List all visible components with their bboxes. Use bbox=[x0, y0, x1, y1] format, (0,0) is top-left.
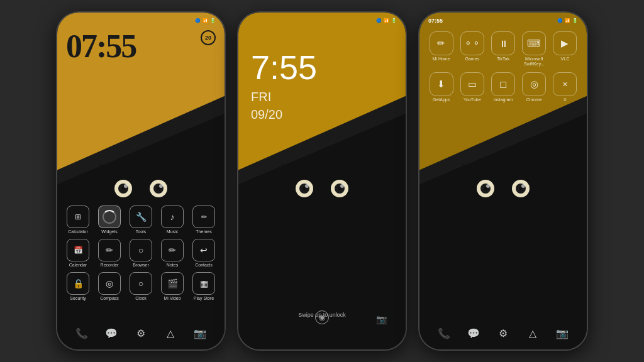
app-icon-compass: ◎ bbox=[98, 272, 121, 295]
app-label-mivideo: Mi Video bbox=[164, 296, 180, 300]
app-notes[interactable]: ✏ Notes bbox=[158, 239, 186, 267]
dock3-chat[interactable]: 💬 bbox=[464, 323, 484, 343]
app-label-music: Music bbox=[167, 229, 178, 234]
dock-chat[interactable]: 💬 bbox=[101, 323, 121, 343]
big-clock-time: 07:55 bbox=[66, 30, 136, 63]
app-label-widgets: Widgets bbox=[101, 229, 117, 234]
status-icons-2: 🔵 📶 🔋 bbox=[376, 18, 397, 23]
home-label-chrome: Chrome bbox=[526, 97, 542, 102]
svg-point-27 bbox=[459, 163, 547, 220]
svg-point-23 bbox=[340, 184, 344, 188]
dock3-settings[interactable]: ⚙ bbox=[493, 323, 513, 343]
home-app-getapps[interactable]: ⬇ GetApps bbox=[426, 72, 457, 102]
home-label-tiktok: TikTok bbox=[497, 57, 509, 61]
app-label-recorder: Recorder bbox=[101, 263, 119, 267]
app-tools[interactable]: 🔧 Tools bbox=[127, 206, 155, 234]
app-label-playstore: Play Store bbox=[194, 296, 214, 300]
home-label-swiftkey: Microsoft SwiftKey... bbox=[519, 57, 550, 66]
fingerprint-icon[interactable]: ◉ bbox=[315, 310, 329, 324]
app-calculator[interactable]: ⊞ Calculator bbox=[64, 206, 92, 234]
clock-widget-1: 07:55 bbox=[66, 30, 136, 63]
app-security[interactable]: 🔒 Security bbox=[64, 272, 92, 300]
app-icon-mivideo: 🎬 bbox=[161, 272, 184, 295]
app-row-2: 📅 Calendar ✏ Recorder ○ Browser ✏ Notes … bbox=[62, 239, 219, 267]
home-label-youtube: YouTube bbox=[464, 97, 481, 102]
status-time-3: 07:55 bbox=[428, 18, 443, 24]
app-label-clock: Clock bbox=[135, 296, 147, 300]
app-calendar[interactable]: 📅 Calendar bbox=[64, 239, 92, 267]
app-clock[interactable]: ○ Clock bbox=[127, 272, 155, 300]
home-icon-tiktok: ⏸ bbox=[491, 31, 515, 55]
home-icon-vlc: ▶ bbox=[553, 31, 577, 55]
lock-camera-icon[interactable]: 📷 bbox=[376, 314, 387, 324]
app-icon-tools: 🔧 bbox=[130, 206, 152, 228]
app-label-tools: Tools bbox=[136, 229, 146, 234]
home-label-games: Games bbox=[465, 57, 480, 61]
dock-phone[interactable]: 📞 bbox=[72, 323, 92, 343]
home-label-instagram: Instagram bbox=[493, 97, 513, 102]
home-app-mihome[interactable]: ✏ Mi Home bbox=[426, 31, 457, 66]
svg-point-22 bbox=[305, 184, 309, 188]
lock-date-display: FRI09/20 bbox=[251, 88, 317, 123]
home-app-swiftkey[interactable]: ⌨ Microsoft SwiftKey... bbox=[519, 31, 550, 66]
dock-settings[interactable]: ⚙ bbox=[131, 323, 151, 343]
app-icon-clock: ○ bbox=[130, 272, 152, 295]
app-label-notes: Notes bbox=[167, 263, 178, 267]
home-label-x: X bbox=[564, 97, 567, 102]
dock-camera[interactable]: 📷 bbox=[190, 323, 210, 343]
home-label-mihome: Mi Home bbox=[433, 57, 450, 61]
app-icon-playstore: ▦ bbox=[192, 272, 215, 295]
cat-illustration-3 bbox=[434, 154, 572, 229]
phone-lockscreen: 🔵 📶 🔋 7:55 FRI09/20 Swipe up to unlock ◉… bbox=[237, 11, 407, 351]
svg-point-10 bbox=[124, 184, 128, 188]
dock3-map[interactable]: △ bbox=[523, 323, 543, 343]
home-label-getapps: GetApps bbox=[433, 97, 450, 102]
home-icon-instagram: ◻ bbox=[491, 72, 515, 96]
svg-point-11 bbox=[159, 184, 163, 188]
home-app-x[interactable]: ✕ X bbox=[550, 72, 580, 102]
app-mivideo[interactable]: 🎬 Mi Video bbox=[158, 272, 186, 300]
cat-illustration-2 bbox=[253, 154, 391, 229]
dock-map[interactable]: △ bbox=[160, 323, 180, 343]
app-label-browser: Browser bbox=[133, 263, 149, 267]
home-app-grid: ✏ Mi Home ⚬⚬ Games ⏸ TikTok ⌨ Microsoft … bbox=[419, 31, 587, 108]
home-app-chrome[interactable]: ◎ Chrome bbox=[519, 72, 550, 102]
home-app-games[interactable]: ⚬⚬ Games bbox=[457, 31, 487, 66]
svg-point-34 bbox=[486, 184, 490, 188]
app-compass[interactable]: ◎ Compass bbox=[96, 272, 123, 300]
home-app-tiktok[interactable]: ⏸ TikTok bbox=[487, 31, 518, 66]
svg-point-15 bbox=[278, 163, 366, 220]
home-app-youtube[interactable]: ▭ YouTube bbox=[457, 72, 487, 102]
home-icon-x: ✕ bbox=[553, 72, 577, 96]
app-label-compass: Compass bbox=[100, 296, 119, 300]
lock-time-display: 7:55 bbox=[251, 50, 317, 84]
app-contacts[interactable]: ↩ Contacts bbox=[190, 239, 218, 267]
home-row-2: ⬇ GetApps ▭ YouTube ◻ Instagram ◎ Chrome… bbox=[426, 72, 580, 102]
phone-homescreen: 07:55 🔵 📶 🔋 ✏ Mi Home ⚬⚬ Games ⏸ TikTok … bbox=[418, 11, 588, 351]
app-label-calendar: Calendar bbox=[69, 263, 87, 267]
app-recorder[interactable]: ✏ Recorder bbox=[96, 239, 123, 267]
app-icon-widgets bbox=[98, 206, 121, 228]
dock-3: 📞 💬 ⚙ △ 📷 bbox=[419, 323, 587, 343]
app-widgets[interactable]: Widgets bbox=[96, 206, 123, 234]
app-label-calculator: Calculator bbox=[68, 229, 88, 234]
app-label-themes: Themes bbox=[196, 229, 211, 234]
status-bar-1: 🔵 📶 🔋 bbox=[57, 13, 225, 26]
dock3-phone[interactable]: 📞 bbox=[434, 323, 454, 343]
phone-app-drawer: 🔵 📶 🔋 07:55 20 ⊞ Calculator Widgets bbox=[56, 11, 226, 351]
app-label-security: Security bbox=[70, 296, 86, 300]
home-icon-swiftkey: ⌨ bbox=[522, 31, 546, 55]
app-playstore[interactable]: ▦ Play Store bbox=[190, 272, 218, 300]
app-row-1: ⊞ Calculator Widgets 🔧 Tools ♪ Music ✏ T… bbox=[62, 206, 219, 234]
home-app-vlc[interactable]: ▶ VLC bbox=[550, 31, 580, 66]
home-app-instagram[interactable]: ◻ Instagram bbox=[487, 72, 518, 102]
app-browser[interactable]: ○ Browser bbox=[127, 239, 155, 267]
app-icon-contacts: ↩ bbox=[192, 239, 215, 261]
home-icon-games: ⚬⚬ bbox=[460, 31, 484, 55]
app-music[interactable]: ♪ Music bbox=[158, 206, 186, 234]
app-icon-themes: ✏ bbox=[192, 206, 215, 228]
home-icon-mihome: ✏ bbox=[430, 31, 453, 55]
dock3-camera[interactable]: 📷 bbox=[552, 323, 572, 343]
app-themes[interactable]: ✏ Themes bbox=[190, 206, 218, 234]
app-icon-music: ♪ bbox=[161, 206, 184, 228]
